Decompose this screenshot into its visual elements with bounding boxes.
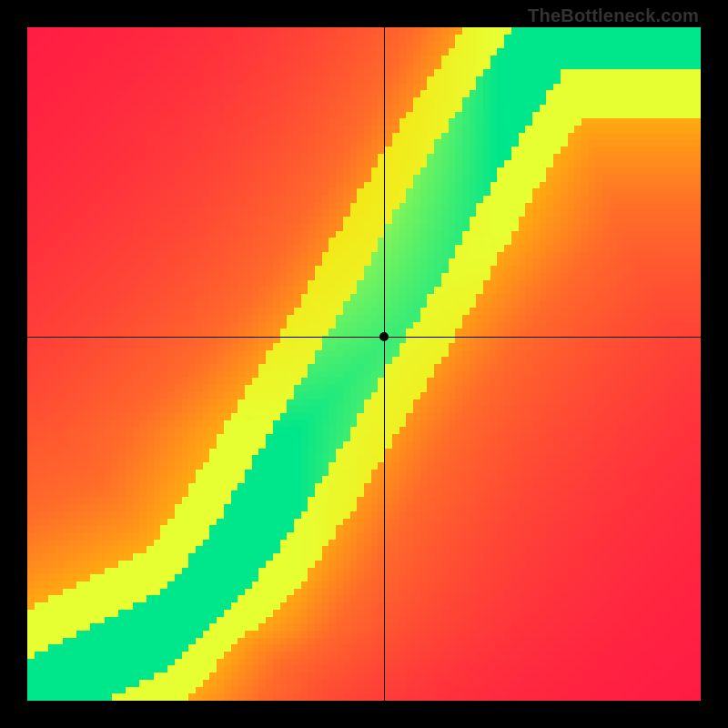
heatmap-canvas xyxy=(27,27,701,701)
chart-frame: TheBottleneck.com xyxy=(0,0,728,728)
watermark-text: TheBottleneck.com xyxy=(528,5,699,26)
